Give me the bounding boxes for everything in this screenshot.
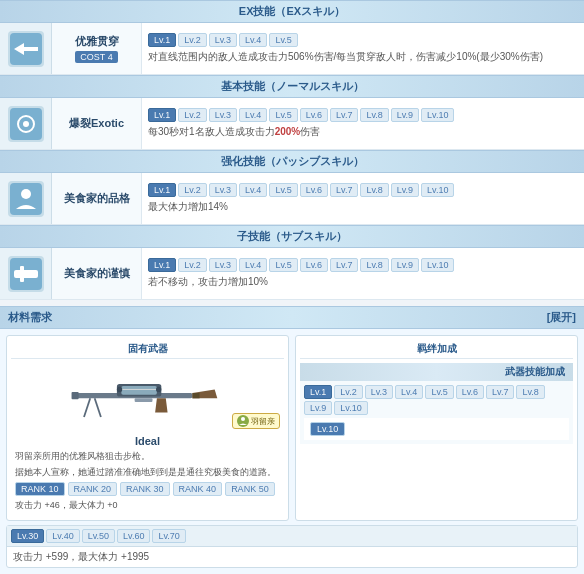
wlv-8[interactable]: Lv.8: [516, 385, 544, 399]
ex-skill-name: 优雅贯穿: [75, 34, 119, 48]
sub-lv-1[interactable]: Lv.1: [148, 258, 176, 272]
wlv-4[interactable]: Lv.4: [395, 385, 423, 399]
normal-lv-3[interactable]: Lv.3: [209, 108, 237, 122]
wlv-6[interactable]: Lv.6: [456, 385, 484, 399]
normal-lv-7[interactable]: Lv.7: [330, 108, 358, 122]
sub-skill-lv-tabs: Lv.1 Lv.2 Lv.3 Lv.4 Lv.5 Lv.6 Lv.7 Lv.8 …: [148, 258, 578, 272]
weapon-lv-header: 武器技能加成: [300, 363, 573, 381]
svg-rect-7: [14, 270, 38, 278]
sub-lv-4[interactable]: Lv.4: [239, 258, 267, 272]
expand-button[interactable]: [展开]: [547, 310, 576, 325]
materials-cols: 固有武器: [6, 335, 578, 521]
passive-lv-5[interactable]: Lv.5: [269, 183, 297, 197]
sub-lv-2[interactable]: Lv.2: [178, 258, 206, 272]
normal-lv-4[interactable]: Lv.4: [239, 108, 267, 122]
passive-lv-9[interactable]: Lv.9: [391, 183, 419, 197]
wlv-2[interactable]: Lv.2: [334, 385, 362, 399]
sub-skill-levels: Lv.1 Lv.2 Lv.3 Lv.4 Lv.5 Lv.6 Lv.7 Lv.8 …: [142, 248, 584, 299]
wlv-7[interactable]: Lv.7: [486, 385, 514, 399]
sub-lv-5[interactable]: Lv.5: [269, 258, 297, 272]
ex-skill-cost: COST 4: [75, 51, 117, 63]
normal-skill-levels: Lv.1 Lv.2 Lv.3 Lv.4 Lv.5 Lv.6 Lv.7 Lv.8 …: [142, 98, 584, 149]
base-lv-70[interactable]: Lv.70: [152, 529, 185, 543]
sub-lv-10[interactable]: Lv.10: [421, 258, 454, 272]
ex-lv-2[interactable]: Lv.2: [178, 33, 206, 47]
base-lv-50[interactable]: Lv.50: [82, 529, 115, 543]
weapon-image-wrapper: 羽留亲: [11, 363, 284, 431]
weapon-base-lv-section: Lv.30 Lv.40 Lv.50 Lv.60 Lv.70 攻击力 +599，最…: [6, 525, 578, 568]
wlv-3[interactable]: Lv.3: [365, 385, 393, 399]
sub-lv-6[interactable]: Lv.6: [300, 258, 328, 272]
sub-lv-3[interactable]: Lv.3: [209, 258, 237, 272]
svg-point-20: [241, 417, 245, 421]
normal-lv-2[interactable]: Lv.2: [178, 108, 206, 122]
normal-lv-5[interactable]: Lv.5: [269, 108, 297, 122]
passive-lv-4[interactable]: Lv.4: [239, 183, 267, 197]
base-lv-30[interactable]: Lv.30: [11, 529, 44, 543]
normal-lv-6[interactable]: Lv.6: [300, 108, 328, 122]
ex-skill-icon: [0, 23, 52, 74]
normal-lv-8[interactable]: Lv.8: [360, 108, 388, 122]
passive-lv-8[interactable]: Lv.8: [360, 183, 388, 197]
buff-column: 羁绊加成 武器技能加成 Lv.1 Lv.2 Lv.3 Lv.4 Lv.5 Lv.…: [295, 335, 578, 521]
weapon-col-header: 固有武器: [11, 340, 284, 359]
materials-body: 固有武器: [0, 329, 584, 574]
ex-lv-1[interactable]: Lv.1: [148, 33, 176, 47]
svg-rect-17: [134, 398, 152, 402]
passive-lv-6[interactable]: Lv.6: [300, 183, 328, 197]
rank-tags: RANK 10 RANK 20 RANK 30 RANK 40 RANK 50: [15, 482, 280, 496]
sub-lv-9[interactable]: Lv.9: [391, 258, 419, 272]
materials-section: 材料需求 [展开] 固有武器: [0, 306, 584, 574]
svg-point-3: [23, 121, 29, 127]
weapon-lv-tabs: Lv.1 Lv.2 Lv.3 Lv.4 Lv.5 Lv.6 Lv.7 Lv.8 …: [304, 385, 569, 415]
rank-50[interactable]: RANK 50: [225, 482, 275, 496]
normal-lv-10[interactable]: Lv.10: [421, 108, 454, 122]
wlv-10[interactable]: Lv.10: [334, 401, 367, 415]
ex-lv-3[interactable]: Lv.3: [209, 33, 237, 47]
ex-lv-5[interactable]: Lv.5: [269, 33, 297, 47]
passive-lv-1[interactable]: Lv.1: [148, 183, 176, 197]
wlv-1[interactable]: Lv.1: [304, 385, 332, 399]
wlv-9[interactable]: Lv.9: [304, 401, 332, 415]
sub-skill-desc: 若不移动，攻击力增加10%: [148, 275, 578, 289]
ex-lv-4[interactable]: Lv.4: [239, 33, 267, 47]
rank-10[interactable]: RANK 10: [15, 482, 65, 496]
normal-lv-9[interactable]: Lv.9: [391, 108, 419, 122]
svg-rect-8: [20, 266, 24, 282]
sub-skill-header: 子技能（サブスキル）: [0, 225, 584, 248]
normal-skill-lv-tabs: Lv.1 Lv.2 Lv.3 Lv.4 Lv.5 Lv.6 Lv.7 Lv.8 …: [148, 108, 578, 122]
passive-lv-10[interactable]: Lv.10: [421, 183, 454, 197]
passive-skill-icon: [0, 173, 52, 224]
rank-20[interactable]: RANK 20: [68, 482, 118, 496]
weapon-column: 固有武器: [6, 335, 289, 521]
weapon-desc-2: 据她本人宣称，她通过踏准准确地到到是是通往究极美食的道路。: [15, 466, 280, 479]
normal-skill-name-area: 爆裂Exotic: [52, 98, 142, 149]
wlv-5[interactable]: Lv.5: [425, 385, 453, 399]
weapon-desc-1: 羽留亲所用的优雅风格狙击步枪。: [15, 450, 280, 463]
sub-skill-icon: [0, 248, 52, 299]
sub-lv-7[interactable]: Lv.7: [330, 258, 358, 272]
base-lv-60[interactable]: Lv.60: [117, 529, 150, 543]
character-badge: 羽留亲: [232, 413, 280, 429]
weapon-name: Ideal: [15, 435, 280, 447]
normal-lv-1[interactable]: Lv.1: [148, 108, 176, 122]
base-lv-40[interactable]: Lv.40: [46, 529, 79, 543]
rank-30[interactable]: RANK 30: [120, 482, 170, 496]
sub-skill-name: 美食家的谨慎: [64, 266, 130, 280]
svg-rect-13: [192, 393, 199, 398]
sub-skill-name-area: 美食家的谨慎: [52, 248, 142, 299]
weapon-lv-bottom-tab[interactable]: Lv.10: [310, 422, 345, 436]
svg-point-5: [21, 189, 31, 199]
passive-lv-7[interactable]: Lv.7: [330, 183, 358, 197]
weapon-lv-section: 武器技能加成 Lv.1 Lv.2 Lv.3 Lv.4 Lv.5 Lv.6 Lv.…: [300, 363, 573, 444]
weapon-lv-body: Lv.10: [304, 418, 569, 440]
sub-lv-8[interactable]: Lv.8: [360, 258, 388, 272]
passive-skill-lv-tabs: Lv.1 Lv.2 Lv.3 Lv.4 Lv.5 Lv.6 Lv.7 Lv.8 …: [148, 183, 578, 197]
svg-point-18: [116, 387, 121, 392]
ex-skill-desc: 对直线范围内的敌人造成攻击力506%伤害/每当贯穿敌人时，伤害减少10%(最少3…: [148, 50, 578, 64]
passive-lv-2[interactable]: Lv.2: [178, 183, 206, 197]
passive-skill-name-area: 美食家的品格: [52, 173, 142, 224]
weapon-base-lv-bonus: 攻击力 +599，最大体力 +1995: [7, 547, 577, 567]
passive-lv-3[interactable]: Lv.3: [209, 183, 237, 197]
rank-40[interactable]: RANK 40: [173, 482, 223, 496]
